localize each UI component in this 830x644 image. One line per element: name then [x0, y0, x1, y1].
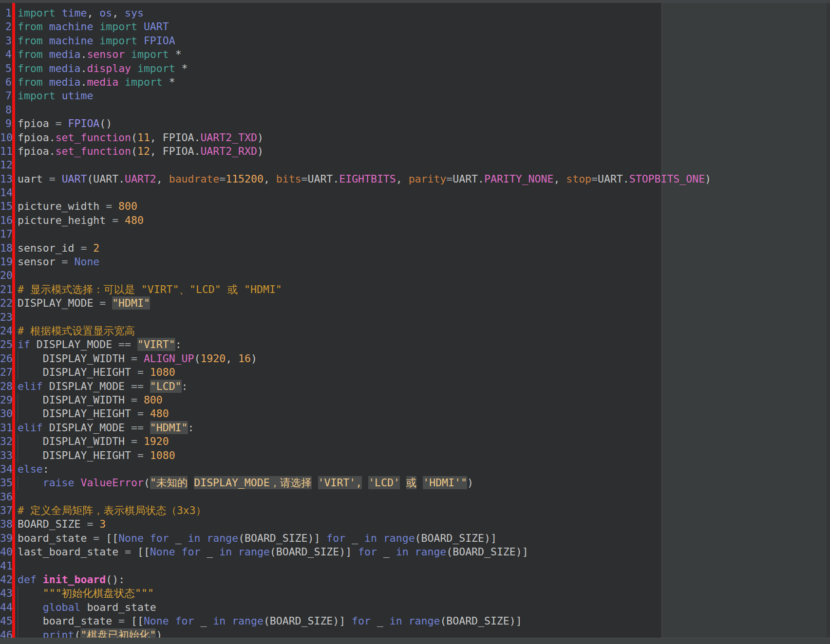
code-token: None	[144, 615, 169, 627]
code-line: 30 DISPLAY_HEIGHT = 480	[0, 407, 830, 421]
line-number: 36	[0, 490, 12, 504]
line-number: 16	[0, 214, 12, 227]
code-area[interactable]: 1import time, os, sys2from machine impor…	[0, 3, 830, 644]
code-token	[56, 7, 62, 19]
code-token: DISPLAY_MODE	[43, 380, 131, 392]
code-token: (	[131, 131, 137, 144]
code-token	[37, 573, 43, 586]
code-token: bits	[276, 173, 302, 185]
line-number: 27	[0, 366, 12, 379]
line-number: 24	[0, 324, 12, 338]
code-token: )	[251, 352, 257, 365]
code-token: 1080	[150, 366, 175, 378]
code-token: media	[87, 76, 118, 88]
line-number: 34	[0, 462, 12, 476]
code-token: 1920	[144, 435, 169, 447]
code-line: 25if DISPLAY_MODE == "VIRT":	[0, 338, 830, 351]
code-line: 37# 定义全局矩阵，表示棋局状态（3x3）	[0, 504, 830, 517]
code-token: *	[175, 62, 188, 74]
code-token: display	[87, 62, 131, 74]
code-token: UART.	[453, 173, 484, 185]
code-line-text: sensor_id = 2	[12, 241, 99, 255]
line-number: 14	[0, 186, 12, 200]
line-number: 28	[0, 380, 12, 393]
code-token: =	[87, 518, 99, 530]
code-token: =	[106, 200, 118, 212]
code-token: ==	[131, 422, 150, 434]
code-line-text: from machine import FPIOA	[12, 34, 175, 48]
window-top-edge	[0, 0, 830, 3]
code-token: [[	[106, 532, 118, 544]
code-line: 3from machine import FPIOA	[0, 34, 830, 48]
code-token: 800	[118, 200, 137, 212]
line-number: 1	[0, 6, 12, 20]
line-number: 23	[0, 311, 12, 324]
code-line: 34else:	[0, 462, 830, 476]
code-token: _	[200, 546, 219, 558]
code-token: "HDMI"	[150, 421, 188, 434]
code-line: 2from machine import UART	[0, 20, 830, 34]
code-token: )	[257, 131, 264, 144]
code-token	[409, 546, 415, 558]
code-token: ,	[156, 173, 169, 185]
code-token: import	[18, 90, 56, 102]
code-token: =	[302, 173, 308, 185]
code-token: 480	[125, 214, 144, 226]
line-number: 10	[0, 131, 12, 145]
code-token: in	[219, 546, 232, 558]
code-line: 35 raise ValueError("未知的 DISPLAY_MODE，请选…	[0, 476, 830, 490]
code-token: DISPLAY_MODE	[18, 297, 99, 309]
code-token: global	[43, 601, 81, 613]
code-line: 20	[0, 269, 830, 282]
line-number: 40	[0, 545, 12, 559]
code-line-text: """初始化棋盘状态"""	[12, 587, 154, 600]
code-token: UART	[62, 173, 87, 185]
code-token: DISPLAY_HEIGHT	[18, 449, 137, 461]
code-token: None	[150, 546, 175, 558]
line-number: 43	[0, 587, 12, 600]
code-token: 3	[99, 518, 106, 530]
code-token: UART.	[598, 173, 629, 185]
code-token: DISPLAY_MODE	[30, 338, 118, 350]
code-token: :	[43, 463, 49, 475]
code-token	[226, 615, 232, 627]
code-token: range	[383, 532, 415, 544]
code-token	[43, 20, 49, 33]
code-token: (UART.	[87, 173, 125, 185]
code-token: range	[415, 546, 447, 558]
code-token: set_function	[56, 131, 131, 144]
line-number: 20	[0, 269, 12, 282]
code-token: UART.	[308, 173, 340, 185]
code-token: =	[99, 297, 112, 309]
code-token: 1080	[150, 449, 175, 461]
code-token: DISPLAY_HEIGHT	[18, 366, 137, 378]
code-token: in	[188, 532, 201, 544]
line-number: 22	[0, 296, 12, 310]
code-token: baudrate	[169, 173, 220, 185]
code-token: , FPIOA.	[150, 145, 201, 157]
code-token: """初始化棋盘状态"""	[43, 587, 154, 599]
code-line-text: raise ValueError("未知的 DISPLAY_MODE，请选择 '…	[12, 476, 473, 490]
code-token	[18, 601, 43, 613]
code-token: ValueError	[80, 477, 143, 489]
code-token: 或	[406, 476, 417, 489]
code-line: 26 DISPLAY_WIDTH = ALIGN_UP(1920, 16)	[0, 352, 830, 366]
line-number: 21	[0, 283, 12, 296]
code-line-text: uart = UART(UART.UART2, baudrate=115200,…	[12, 172, 711, 186]
code-line: 23	[0, 311, 830, 324]
line-number: 37	[0, 504, 12, 517]
code-line-text: board_state = [[None for _ in range(BOAR…	[12, 532, 497, 545]
code-token: time	[62, 7, 87, 19]
code-line-text: DISPLAY_WIDTH = 800	[12, 393, 163, 407]
code-token: raise	[43, 477, 75, 489]
code-token: machine	[49, 20, 94, 33]
code-line-text: DISPLAY_HEIGHT = 1080	[12, 366, 175, 379]
code-token: =	[446, 173, 453, 185]
code-token: =	[62, 256, 75, 268]
code-token: =	[131, 394, 144, 406]
code-token: from	[18, 62, 43, 74]
code-token: )	[467, 477, 473, 489]
code-token: UART	[144, 20, 169, 33]
code-token: import	[18, 7, 56, 19]
code-line: 40last_board_state = [[None for _ in ran…	[0, 545, 830, 559]
